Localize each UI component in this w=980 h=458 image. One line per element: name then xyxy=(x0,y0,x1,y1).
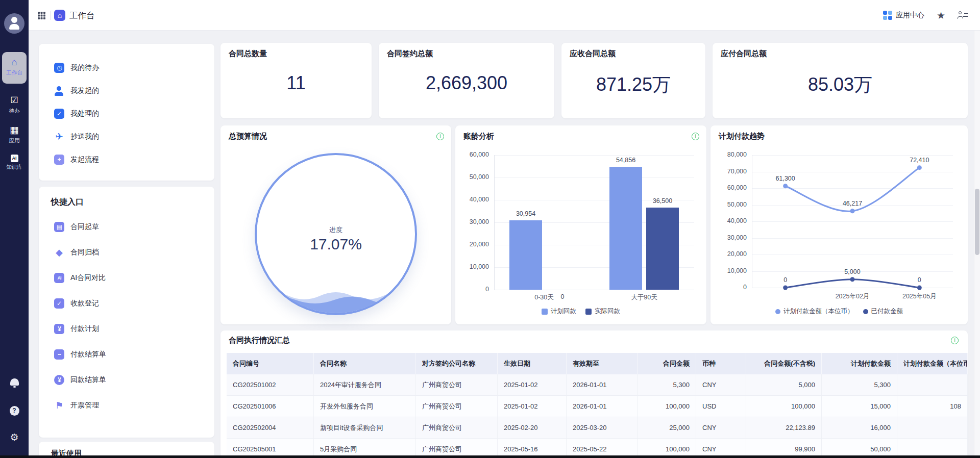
gauge-label: 进度 xyxy=(257,225,415,235)
favorite-star-icon[interactable]: ★ xyxy=(937,11,945,20)
invoice-bookmark-icon: ⚑ xyxy=(54,400,64,411)
sidebar-item[interactable]: 我发起的 xyxy=(39,79,214,102)
legend-marker-icon xyxy=(542,309,548,315)
sidebar-item[interactable]: ◆合同归档 xyxy=(39,240,214,265)
legend-item[interactable]: 计划付款金额（本位币） xyxy=(775,307,854,316)
rail-item-workbench[interactable]: ⌂ 工作台 xyxy=(2,52,27,84)
table-cell: 2026-01-01 xyxy=(567,374,638,395)
kpi-title: 应付合同总额 xyxy=(721,49,767,59)
rail-item-apps[interactable]: ▦ 应用 xyxy=(0,124,29,144)
contract-draft-icon: ▤ xyxy=(54,222,64,232)
info-icon[interactable] xyxy=(436,133,444,140)
kpi-card-contract-count: 合同总数量 11 xyxy=(220,43,372,118)
home-badge-icon[interactable]: ⌂ xyxy=(54,10,65,21)
kpi-card-signed-total: 合同签约总额 2,669,300 xyxy=(379,43,554,118)
quick-entry-title: 快捷入口 xyxy=(51,197,84,208)
table-cell: 开发外包服务合同 xyxy=(314,396,416,417)
column-header: 对方签约公司名称 xyxy=(416,353,498,374)
home-icon: ⌂ xyxy=(2,57,27,68)
legend-item[interactable]: 实际回款 xyxy=(585,307,620,316)
sidebar-item[interactable]: ✈抄送我的 xyxy=(39,125,214,148)
panel-title: 总预算情况 xyxy=(229,132,267,141)
table-row[interactable]: CG202502004新项目it设备采购合同广州商贸公司2025-02-2020… xyxy=(227,417,968,439)
sidebar-item[interactable]: ✓我处理的 xyxy=(39,102,214,125)
column-header: 合同编号 xyxy=(227,353,314,374)
chart-legend: 计划付款金额（本位币）已付款金额 xyxy=(710,307,968,316)
sidebar-item[interactable]: ¥回款结算单 xyxy=(39,367,214,393)
table-cell: 2025-01-02 xyxy=(498,396,567,417)
bell-icon xyxy=(10,378,19,386)
settings-button[interactable]: ⚙ xyxy=(0,432,29,442)
receipt-check-icon: ✓ xyxy=(54,298,64,309)
legend-item[interactable]: 计划回款 xyxy=(542,307,576,316)
sidebar-item[interactable]: ◷我的待办 xyxy=(39,56,214,79)
kpi-title: 合同总数量 xyxy=(229,49,267,59)
info-icon[interactable] xyxy=(951,337,959,344)
sidebar-item[interactable]: --付款结算单 xyxy=(39,342,214,367)
column-header: 计划付款金额（本位币） xyxy=(897,353,968,374)
aging-bar-chart: 010,00020,00030,00040,00050,00060,0000-3… xyxy=(455,125,706,324)
table-cell: 2025-01-02 xyxy=(498,374,567,395)
help-button[interactable] xyxy=(0,406,29,416)
legend-marker-icon xyxy=(585,309,592,315)
sidebar-item-label: 付款计划 xyxy=(70,324,99,334)
gauge-value: 17.07% xyxy=(257,236,415,253)
bar-计划回款 xyxy=(509,220,542,290)
page-title: 工作台 xyxy=(69,10,95,21)
sidebar-item[interactable]: ✓收款登记 xyxy=(39,291,214,316)
sidebar-menu: ◷我的待办我发起的✓我处理的✈抄送我的+发起流程 xyxy=(39,56,214,171)
sidebar-item[interactable]: +发起流程 xyxy=(39,148,214,171)
clipboard-check-icon: ✓ xyxy=(54,109,64,119)
rail-item-knowledge[interactable]: AI 知识库 xyxy=(0,152,29,171)
table-cell: 2024年审计服务合同 xyxy=(314,374,416,395)
sidebar-item[interactable]: ▤合同起草 xyxy=(39,214,214,240)
account-settings-icon[interactable] xyxy=(958,11,968,19)
paper-plane-icon: ✈ xyxy=(54,132,64,142)
payment-trend-line-chart: 010,00020,00030,00040,00050,00060,00070,… xyxy=(710,125,968,324)
knowledge-ai-icon: AI xyxy=(11,155,18,162)
app-center-label: 应用中心 xyxy=(896,11,924,20)
user-avatar[interactable] xyxy=(4,13,24,34)
sidebar-item[interactable]: ¥付款计划 xyxy=(39,316,214,342)
topbar-actions: 应用中心 ★ xyxy=(883,0,968,31)
window-bottom-edge xyxy=(0,455,980,458)
sidebar-item[interactable]: AIAI合同对比 xyxy=(39,265,214,291)
left-rail: ⌂ 工作台 ☑ 待办 ▦ 应用 AI 知识库 ⚙ xyxy=(0,0,29,458)
gear-icon: ⚙ xyxy=(10,432,18,442)
table-row[interactable]: CG202501006开发外包服务合同广州商贸公司2025-01-022026-… xyxy=(227,396,968,417)
chart-legend: 计划回款实际回款 xyxy=(455,307,706,316)
app-launcher-icon[interactable] xyxy=(38,12,40,14)
legend-label: 计划付款金额（本位币） xyxy=(783,307,854,316)
wave-graphic xyxy=(257,281,415,313)
column-header: 合同名称 xyxy=(314,353,416,374)
avatar-head-icon xyxy=(11,17,17,23)
legend-item[interactable]: 已付款金额 xyxy=(863,307,903,316)
kpi-title: 应收合同总额 xyxy=(570,49,616,59)
kpi-card-payable-total: 应付合同总额 85.03万 xyxy=(713,43,968,118)
sidebar-quick-panel: 快捷入口 ▤合同起草◆合同归档AIAI合同对比✓收款登记¥付款计划--付款结算单… xyxy=(39,187,214,438)
workbench-page: ⌂ 工作台 ☑ 待办 ▦ 应用 AI 知识库 ⚙ ⌂ 工作台 应用中心 ★ xyxy=(0,0,980,458)
sidebar-item[interactable]: ⚑开票管理 xyxy=(39,393,214,418)
sidebar-item-label: AI合同对比 xyxy=(70,273,106,283)
notifications-button[interactable] xyxy=(0,378,29,386)
apps-grid-icon: ▦ xyxy=(0,124,29,136)
legend-label: 已付款金额 xyxy=(871,307,903,316)
payment-trend-panel: 计划付款趋势 010,00020,00030,00040,00050,00060… xyxy=(710,125,968,324)
sidebar-item-label: 合同归档 xyxy=(70,248,99,257)
scrollbar-thumb[interactable] xyxy=(975,189,979,255)
sidebar-item-label: 合同起草 xyxy=(70,222,99,232)
sidebar-item-label: 抄送我的 xyxy=(70,132,99,141)
liquid-gauge: 进度 17.07% xyxy=(255,153,417,315)
rail-item-label: 应用 xyxy=(0,137,29,144)
payment-statement-icon: -- xyxy=(54,349,64,360)
page-scrollbar xyxy=(974,31,980,458)
bar-计划回款 xyxy=(609,167,642,290)
collection-statement-icon: ¥ xyxy=(54,375,64,385)
table-cell: 108 xyxy=(897,396,968,417)
table-row[interactable]: CG2025010022024年审计服务合同广州商贸公司2025-01-0220… xyxy=(227,374,968,396)
sidebar-item-label: 回款结算单 xyxy=(70,375,106,385)
table-cell: CG202501006 xyxy=(227,396,314,417)
app-center-button[interactable]: 应用中心 xyxy=(883,11,924,20)
kpi-value: 11 xyxy=(220,72,372,94)
rail-item-todo[interactable]: ☑ 待办 xyxy=(0,95,29,115)
